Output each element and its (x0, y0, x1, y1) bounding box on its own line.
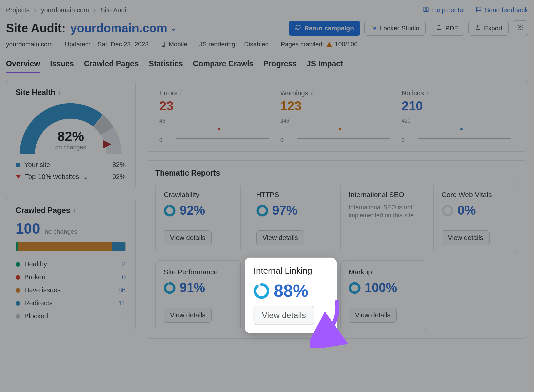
project-selector[interactable]: yourdomain.com ⌄ (70, 21, 177, 35)
status-value[interactable]: 86 (118, 286, 126, 294)
errors-segment[interactable]: Errorsi 23 460 (155, 88, 276, 143)
breadcrumb-item[interactable]: Site Audit (101, 6, 128, 14)
rerun-campaign-button[interactable]: Rerun campaign (289, 21, 360, 36)
tab-js-impact[interactable]: JS Impact (307, 59, 343, 73)
breadcrumb-item[interactable]: yourdomain.com (41, 6, 89, 14)
status-dot-icon (16, 275, 20, 280)
info-icon[interactable]: i (74, 206, 75, 215)
chat-icon (475, 6, 482, 14)
pdf-button[interactable]: PDF (430, 21, 464, 36)
triangle-down-icon (16, 175, 21, 179)
report-label: Crawlability (164, 191, 232, 199)
report-label: Site Performance (164, 268, 232, 276)
svg-point-9 (258, 206, 267, 215)
info-icon[interactable]: i (311, 89, 312, 97)
thematic-reports-card: Thematic Reports Crawlability92%View det… (146, 160, 528, 339)
warnings-sparkline: 2460 (280, 119, 393, 142)
export-button[interactable]: Export (468, 21, 509, 36)
thematic-report-card: Markup100%View details (340, 260, 426, 330)
legend-value: 92% (112, 173, 126, 181)
report-pct: 0% (442, 203, 510, 218)
report-pct: 88% (253, 281, 327, 301)
settings-button[interactable] (513, 20, 528, 36)
crawled-status-row[interactable]: Blocked1 (16, 310, 126, 323)
status-value[interactable]: 1 (122, 312, 126, 320)
crawled-status-row[interactable]: Have issues86 (16, 284, 126, 297)
status-label: Have issues (24, 286, 61, 294)
looker-studio-button[interactable]: Looker Studio (364, 21, 426, 36)
tab-overview[interactable]: Overview (6, 59, 40, 73)
crawled-status-row[interactable]: Redirects11 (16, 297, 126, 310)
meta-pages-crawled: Pages crawled: 100/100 (281, 41, 358, 48)
tab-crawled-pages[interactable]: Crawled Pages (84, 59, 139, 73)
status-dot-icon (16, 262, 20, 267)
site-health-card: Site Health i 82% no changes Your site82… (6, 80, 136, 189)
crawled-bar (16, 242, 126, 251)
view-details-button[interactable]: View details (164, 308, 212, 323)
gear-icon (517, 24, 524, 32)
refresh-icon (295, 24, 301, 32)
svg-point-13 (165, 283, 174, 293)
status-value[interactable]: 11 (118, 299, 126, 307)
view-details-button[interactable]: View details (164, 230, 212, 245)
status-label: Healthy (24, 260, 47, 268)
crawled-pages-title: Crawled Pages (16, 206, 70, 215)
crawled-status-row[interactable]: Healthy2 (16, 258, 126, 271)
send-feedback-link[interactable]: Send feedback (475, 6, 528, 14)
tab-issues[interactable]: Issues (50, 59, 74, 73)
tab-compare-crawls[interactable]: Compare Crawls (193, 59, 254, 73)
upload-icon (475, 24, 481, 32)
crawled-status-row[interactable]: Broken0 (16, 271, 126, 284)
view-details-button[interactable]: View details (349, 308, 397, 323)
info-icon[interactable]: i (180, 89, 181, 97)
report-pct: 100% (349, 281, 418, 295)
meta-row: yourdomain.com Updated: Sat, Dec 23, 202… (6, 41, 528, 48)
tab-statistics[interactable]: Statistics (149, 59, 183, 73)
report-pct: 92% (164, 203, 232, 218)
thematic-report-card: HTTPS97%View details (248, 183, 333, 253)
report-label: Internal Linking (253, 266, 327, 276)
chevron-down-icon: ⌄ (171, 24, 177, 33)
report-text: International SEO is not implemented on … (349, 203, 418, 220)
legend-item: Top-10% websites ⌄ (16, 173, 89, 181)
thematic-report-card: Crawlability92%View details (155, 183, 241, 253)
status-value[interactable]: 0 (122, 273, 126, 281)
warnings-value: 123 (280, 99, 393, 113)
tab-progress[interactable]: Progress (263, 59, 297, 73)
upload-icon (436, 24, 442, 32)
report-label: International SEO (349, 191, 418, 199)
info-icon[interactable]: i (427, 89, 428, 97)
status-dot-icon (16, 301, 20, 306)
report-label: Core Web Vitals (442, 191, 510, 199)
breadcrumb-item[interactable]: Projects (6, 6, 29, 14)
thematic-report-card: Core Web Vitals0%View details (433, 183, 519, 253)
status-dot-icon (16, 314, 20, 319)
view-details-button[interactable]: View details (442, 230, 490, 245)
legend-dot-icon (16, 163, 20, 167)
legend-item: Your site (16, 161, 50, 169)
report-label: HTTPS (256, 191, 325, 199)
tabs: Overview Issues Crawled Pages Statistics… (6, 59, 528, 73)
view-details-button[interactable]: View details (253, 306, 314, 325)
crawled-total[interactable]: 100 (16, 220, 40, 237)
legend-value: 82% (112, 161, 126, 169)
warnings-segment[interactable]: Warningsi 123 2460 (276, 88, 397, 143)
report-label: Markup (349, 268, 418, 276)
site-health-pct: 82% (17, 129, 124, 144)
chevron-down-icon[interactable]: ⌄ (83, 173, 89, 181)
svg-point-17 (350, 283, 359, 293)
report-pct: 97% (256, 203, 325, 218)
thematic-report-card: Site Performance91%View details (155, 260, 241, 330)
info-icon[interactable]: i (59, 88, 60, 97)
svg-point-7 (165, 206, 174, 215)
mobile-icon (161, 41, 166, 48)
status-value[interactable]: 2 (122, 260, 126, 268)
help-center-link[interactable]: Help center (423, 6, 465, 14)
thematic-report-card: International SEOInternational SEO is no… (340, 183, 426, 253)
view-details-button[interactable]: View details (256, 230, 304, 245)
breadcrumb: Projects › yourdomain.com › Site Audit (6, 6, 128, 14)
errors-value: 23 (159, 99, 272, 113)
thematic-title: Thematic Reports (155, 169, 518, 178)
crawled-sub: no changes (45, 228, 77, 235)
notices-segment[interactable]: Noticesi 210 4200 (397, 88, 518, 143)
